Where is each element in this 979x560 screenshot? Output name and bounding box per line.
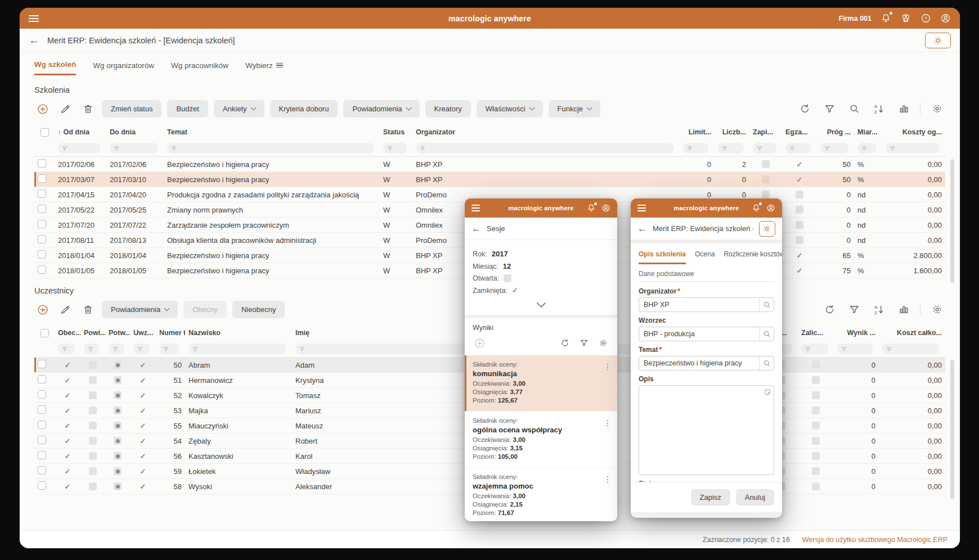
back-icon[interactable]: ← xyxy=(637,224,647,233)
unchecked-box[interactable] xyxy=(762,160,770,168)
refresh-icon[interactable] xyxy=(559,337,571,349)
filter-icon[interactable] xyxy=(578,337,590,349)
select-all-checkbox[interactable] xyxy=(41,128,49,137)
column-header[interactable]: Wynik ... xyxy=(834,329,879,337)
filter-pill[interactable] xyxy=(109,344,124,354)
settings-icon[interactable] xyxy=(928,101,945,118)
checked-icon[interactable]: ✓ xyxy=(65,407,71,415)
checked-icon[interactable]: ✓ xyxy=(65,422,71,430)
profile-icon[interactable] xyxy=(766,204,775,213)
column-header[interactable]: Koszt całko... xyxy=(879,329,945,337)
kryteria-doboru-button[interactable]: Kryteria doboru xyxy=(270,100,338,118)
filter-pill[interactable] xyxy=(110,143,158,153)
table-row[interactable]: 2017/02/062017/02/06Bezpieczeństwo i hig… xyxy=(34,157,945,172)
filter-pill[interactable] xyxy=(84,344,100,354)
row-checkbox[interactable] xyxy=(38,360,46,368)
unchecked-box[interactable] xyxy=(796,236,803,244)
radio-dot[interactable] xyxy=(114,467,122,475)
opis-textarea[interactable] xyxy=(639,385,774,475)
unchecked-box[interactable] xyxy=(89,391,97,399)
tab-2[interactable]: Wg pracowników xyxy=(171,60,228,75)
row-checkbox[interactable] xyxy=(38,159,46,168)
unchecked-box[interactable] xyxy=(812,361,820,369)
unchecked-box[interactable] xyxy=(762,175,770,183)
row-checkbox[interactable] xyxy=(38,466,46,475)
unchecked-box[interactable] xyxy=(89,407,97,414)
obecny-button[interactable]: Obecny xyxy=(183,301,227,318)
column-header[interactable]: Status xyxy=(380,128,412,136)
radio-dot[interactable] xyxy=(114,482,122,490)
radio-dot[interactable] xyxy=(114,361,122,369)
settings-icon[interactable] xyxy=(597,337,609,349)
funkcje-button[interactable]: Funkcje xyxy=(549,100,601,118)
column-header[interactable]: Obec... xyxy=(55,329,80,337)
filter-pill[interactable] xyxy=(58,344,75,354)
column-header[interactable]: Próg ... xyxy=(817,128,854,136)
refresh-icon[interactable] xyxy=(796,101,813,118)
filter-icon[interactable] xyxy=(821,101,838,118)
profile-icon[interactable] xyxy=(601,204,610,213)
select-all-checkbox[interactable] xyxy=(41,329,49,337)
chart-icon[interactable] xyxy=(895,301,912,318)
checked-icon[interactable]: ✓ xyxy=(65,452,71,460)
unchecked-box[interactable] xyxy=(762,191,770,198)
theme-toggle-button[interactable] xyxy=(759,221,775,237)
column-header[interactable]: Nazwisko xyxy=(185,329,292,337)
unchecked-box[interactable] xyxy=(89,361,97,369)
row-checkbox[interactable] xyxy=(38,220,46,228)
filter-pill[interactable] xyxy=(159,344,179,354)
lookup-icon[interactable] xyxy=(759,356,774,370)
lookup-icon[interactable] xyxy=(759,298,774,311)
wzorzec-input[interactable] xyxy=(639,327,759,341)
notifications-icon[interactable] xyxy=(752,204,761,213)
checked-icon[interactable]: ✓ xyxy=(140,376,146,385)
checked-icon[interactable]: ✓ xyxy=(797,251,803,260)
radio-dot[interactable] xyxy=(114,376,122,384)
filter-pill[interactable] xyxy=(801,344,828,354)
unchecked-box[interactable] xyxy=(812,437,820,445)
filter-pill[interactable] xyxy=(58,143,101,153)
filter-pill[interactable] xyxy=(683,143,709,153)
wynik-card[interactable]: ⋮ Składnik oceny: ogólna ocena współprac… xyxy=(465,412,617,468)
chart-icon[interactable] xyxy=(895,101,912,118)
column-header[interactable]: Zapi... xyxy=(749,128,782,136)
organizator-input[interactable] xyxy=(639,298,759,311)
sort-icon[interactable]: AZ xyxy=(870,101,887,118)
column-header[interactable]: Numer t... xyxy=(156,329,185,337)
row-checkbox[interactable] xyxy=(38,375,46,383)
checked-icon[interactable]: ✓ xyxy=(65,467,71,476)
radio-dot[interactable] xyxy=(114,452,122,460)
add-icon[interactable] xyxy=(34,301,51,318)
edit-icon[interactable] xyxy=(57,101,74,118)
column-header[interactable]: Egza... xyxy=(782,128,817,136)
filter-pill[interactable] xyxy=(383,143,407,153)
row-checkbox[interactable] xyxy=(38,405,46,414)
powiadomienia-button[interactable]: Powiadomienia xyxy=(343,100,419,118)
row-checkbox[interactable] xyxy=(38,205,46,213)
filter-pill[interactable] xyxy=(718,143,744,153)
refresh-icon[interactable] xyxy=(821,301,838,318)
checked-icon[interactable]: ✓ xyxy=(65,437,71,445)
cancel-button[interactable]: Anuluj xyxy=(736,489,774,505)
edit-tab-0[interactable]: Opis szkolenia xyxy=(639,250,686,264)
unchecked-box[interactable] xyxy=(812,376,820,384)
column-header[interactable]: Temat xyxy=(164,128,380,136)
bud-et-button[interactable]: Budżet xyxy=(167,100,208,118)
themes-icon[interactable] xyxy=(900,13,911,24)
checked-icon[interactable]: ✓ xyxy=(140,422,146,430)
kebab-menu-icon[interactable]: ⋮ xyxy=(604,475,612,484)
tab-0[interactable]: Wg szkoleń xyxy=(34,60,76,75)
unchecked-box[interactable] xyxy=(89,452,97,460)
unchecked-box[interactable] xyxy=(812,422,820,430)
unchecked-box[interactable] xyxy=(89,437,97,445)
szkolenia-scrollbar[interactable] xyxy=(950,159,954,283)
filter-pill[interactable] xyxy=(753,143,776,153)
checked-icon[interactable]: ✓ xyxy=(140,437,146,445)
checked-icon[interactable]: ✓ xyxy=(140,407,146,415)
checked-icon[interactable]: ✓ xyxy=(65,391,71,400)
column-header[interactable]: Potw... xyxy=(105,329,130,337)
help-icon[interactable]: ? xyxy=(920,13,931,24)
unchecked-box[interactable] xyxy=(812,407,820,414)
radio-dot[interactable] xyxy=(114,437,122,445)
profile-icon[interactable] xyxy=(940,13,951,24)
